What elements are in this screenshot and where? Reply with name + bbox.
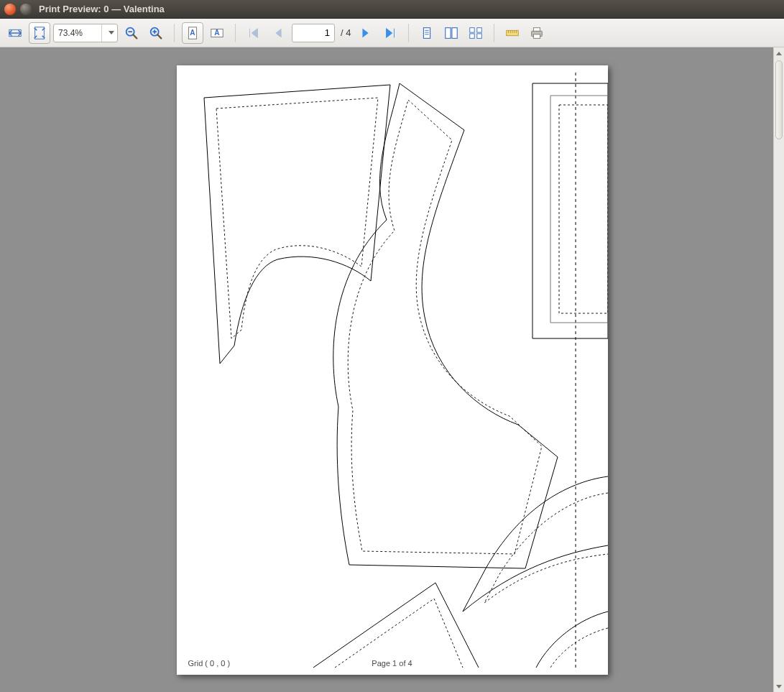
svg-text:A: A	[190, 28, 195, 36]
svg-rect-22	[470, 33, 474, 37]
previous-page-button[interactable]	[267, 22, 289, 44]
toolbar-separator	[174, 24, 175, 42]
svg-rect-20	[470, 27, 474, 32]
fit-width-button[interactable]	[4, 22, 26, 44]
landscape-orientation-button[interactable]: A	[206, 22, 228, 44]
single-page-icon	[419, 25, 435, 41]
last-page-button[interactable]	[379, 22, 401, 44]
toolbar-separator	[235, 24, 236, 42]
window-title: Print Preview: 0 — Valentina	[39, 4, 165, 14]
zoom-out-button[interactable]	[121, 22, 142, 44]
svg-rect-19	[452, 27, 457, 38]
facing-pages-view-button[interactable]	[441, 22, 462, 44]
toolbar-separator	[408, 24, 409, 42]
last-page-icon	[382, 25, 398, 41]
page-setup-button[interactable]	[502, 22, 523, 44]
fit-page-button[interactable]	[29, 22, 50, 44]
toolbar-separator	[494, 24, 494, 42]
next-page-icon	[358, 25, 374, 41]
grid-position-label: Grid ( 0 , 0 )	[188, 659, 231, 668]
ruler-icon	[504, 25, 520, 41]
zoom-level-combobox[interactable]: 73.4%	[53, 24, 118, 42]
print-preview-toolbar: 73.4% A A	[0, 19, 784, 47]
page-number-input[interactable]	[292, 24, 335, 42]
svg-rect-31	[534, 27, 540, 31]
zoom-in-button[interactable]	[145, 22, 167, 44]
fit-width-icon	[7, 25, 23, 41]
fit-page-icon	[32, 25, 47, 41]
portrait-page-icon: A	[185, 25, 200, 41]
svg-rect-32	[534, 34, 540, 38]
window-minimize-button[interactable]	[20, 4, 32, 15]
portrait-orientation-button[interactable]: A	[182, 22, 203, 44]
first-page-icon	[246, 25, 262, 41]
svg-line-7	[157, 34, 161, 38]
preview-canvas[interactable]: Grid ( 0 , 0 ) Page 1 of 4	[0, 47, 784, 692]
window-close-button[interactable]	[4, 4, 16, 15]
first-page-button[interactable]	[243, 22, 264, 44]
single-page-view-button[interactable]	[416, 22, 438, 44]
svg-text:A: A	[214, 28, 220, 36]
print-button[interactable]	[526, 22, 548, 44]
svg-rect-23	[477, 33, 481, 37]
landscape-page-icon: A	[209, 25, 225, 41]
svg-rect-18	[446, 27, 451, 38]
chevron-down-icon	[109, 31, 114, 34]
svg-rect-21	[477, 27, 481, 32]
preview-page: Grid ( 0 , 0 ) Page 1 of 4	[177, 65, 608, 675]
overview-pages-view-button[interactable]	[465, 22, 486, 44]
window-titlebar: Print Preview: 0 — Valentina	[0, 0, 784, 19]
page-number-label: Page 1 of 4	[372, 659, 412, 668]
svg-rect-2	[35, 27, 45, 39]
pattern-drawing	[177, 65, 608, 675]
scroll-thumb[interactable]	[775, 60, 783, 139]
svg-line-4	[133, 34, 137, 38]
facing-pages-icon	[443, 25, 459, 41]
next-page-button[interactable]	[355, 22, 377, 44]
zoom-out-icon	[124, 25, 139, 41]
printer-icon	[529, 25, 545, 41]
vertical-scrollbar[interactable]	[773, 47, 784, 692]
svg-rect-14	[424, 27, 430, 38]
previous-page-icon	[270, 25, 286, 41]
page-total-label: / 4	[338, 27, 352, 38]
overview-pages-icon	[468, 25, 484, 41]
scroll-up-button[interactable]	[774, 47, 784, 59]
zoom-level-value: 73.4%	[58, 28, 83, 38]
zoom-in-icon	[148, 25, 164, 41]
scroll-down-button[interactable]	[774, 681, 784, 692]
